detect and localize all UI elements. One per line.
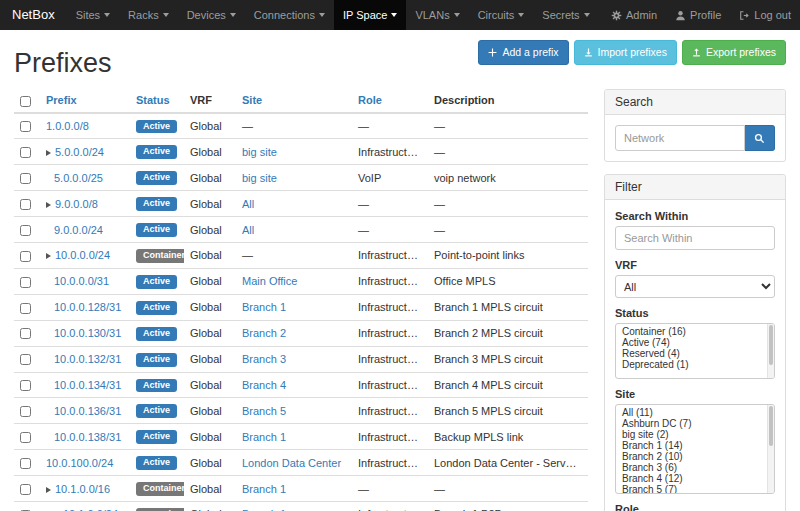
site-cell: All bbox=[236, 217, 352, 243]
site-link[interactable]: Branch 1 bbox=[242, 483, 286, 495]
role-cell: — bbox=[352, 191, 428, 217]
site-option[interactable]: big site (2) bbox=[616, 429, 774, 440]
add-prefix-button[interactable]: Add a prefix bbox=[478, 40, 568, 65]
prefix-link[interactable]: 10.0.0.134/31 bbox=[54, 379, 121, 391]
prefix-link[interactable]: 10.0.0.0/31 bbox=[54, 275, 109, 287]
site-link[interactable]: big site bbox=[242, 172, 277, 184]
column-header-status[interactable]: Status bbox=[130, 89, 184, 113]
description-cell: Branch 2 MPLS circuit bbox=[428, 320, 588, 346]
status-listbox-scrollbar[interactable] bbox=[767, 324, 774, 378]
import-prefixes-button[interactable]: Import prefixes bbox=[574, 40, 677, 65]
site-link[interactable]: Main Office bbox=[242, 275, 297, 287]
prefix-link[interactable]: 5.0.0.0/25 bbox=[54, 172, 103, 184]
search-button[interactable] bbox=[745, 125, 775, 151]
admin-label: Admin bbox=[626, 0, 657, 30]
site-link[interactable]: Branch 1 bbox=[242, 431, 286, 443]
profile-link[interactable]: Profile bbox=[666, 0, 730, 30]
row-checkbox[interactable] bbox=[20, 484, 31, 495]
user-menu: Admin Profile Log out bbox=[602, 0, 800, 30]
status-option[interactable]: Container (16) bbox=[616, 326, 774, 337]
nav-item[interactable]: Connections bbox=[245, 0, 334, 30]
prefix-link[interactable]: 1.0.0.0/8 bbox=[46, 120, 89, 132]
site-option[interactable]: All (11) bbox=[616, 407, 774, 418]
status-option[interactable]: Reserved (4) bbox=[616, 348, 774, 359]
logout-link[interactable]: Log out bbox=[730, 0, 800, 30]
site-option[interactable]: Branch 4 (12) bbox=[616, 473, 774, 484]
site-option[interactable]: Branch 5 (7) bbox=[616, 484, 774, 494]
prefix-link[interactable]: 9.0.0.0/24 bbox=[54, 224, 103, 236]
export-prefixes-button[interactable]: Export prefixes bbox=[682, 40, 786, 65]
prefix-link[interactable]: 10.1.0.0/16 bbox=[55, 483, 110, 495]
prefix-link[interactable]: 10.0.100.0/24 bbox=[46, 457, 113, 469]
nav-item[interactable]: Racks bbox=[119, 0, 178, 30]
nav-item[interactable]: VLANs bbox=[406, 0, 468, 30]
status-filter-label: Status bbox=[615, 307, 775, 319]
row-checkbox[interactable] bbox=[20, 173, 31, 184]
nav-item[interactable]: IP Space bbox=[334, 0, 406, 30]
site-option[interactable]: Ashburn DC (7) bbox=[616, 418, 774, 429]
description-cell: London Data Center - Server Network bbox=[428, 450, 588, 476]
site-link[interactable]: All bbox=[242, 224, 254, 236]
site-listbox-scrollbar[interactable] bbox=[767, 405, 774, 493]
column-header-prefix[interactable]: Prefix bbox=[40, 89, 130, 113]
site-link[interactable]: Branch 3 bbox=[242, 353, 286, 365]
row-checkbox[interactable] bbox=[20, 277, 31, 288]
row-checkbox[interactable] bbox=[20, 406, 31, 417]
site-link[interactable]: All bbox=[242, 198, 254, 210]
row-checkbox[interactable] bbox=[20, 225, 31, 236]
scrollbar-thumb[interactable] bbox=[769, 406, 773, 446]
vrf-cell: Global bbox=[184, 476, 236, 502]
nav-item[interactable]: Secrets bbox=[533, 0, 598, 30]
prefix-link[interactable]: 10.0.0.138/31 bbox=[54, 431, 121, 443]
prefix-link[interactable]: 10.0.0.130/31 bbox=[54, 327, 121, 339]
nav-item[interactable]: Devices bbox=[178, 0, 245, 30]
column-header-role[interactable]: Role bbox=[352, 89, 428, 113]
site-link[interactable]: big site bbox=[242, 146, 277, 158]
row-checkbox[interactable] bbox=[20, 121, 31, 132]
site-option[interactable]: Branch 3 (6) bbox=[616, 462, 774, 473]
row-checkbox[interactable] bbox=[20, 354, 31, 365]
status-option[interactable]: Deprecated (1) bbox=[616, 359, 774, 370]
site-link[interactable]: Branch 4 bbox=[242, 379, 286, 391]
site-link[interactable]: Branch 5 bbox=[242, 405, 286, 417]
description-cell: Branch 1 P2P bbox=[428, 501, 588, 511]
brand-link[interactable]: NetBox bbox=[0, 0, 67, 30]
column-header-description: Description bbox=[428, 89, 588, 113]
search-within-input[interactable] bbox=[615, 226, 775, 250]
role-cell: Infrastructure bbox=[352, 398, 428, 424]
page-title: Prefixes bbox=[14, 48, 112, 79]
vrf-select[interactable]: All bbox=[615, 275, 775, 298]
role-cell: Infrastructure bbox=[352, 243, 428, 269]
sidebar: Search Filter Search Within bbox=[604, 89, 786, 511]
scrollbar-thumb[interactable] bbox=[769, 325, 773, 365]
nav-item[interactable]: Sites bbox=[67, 0, 119, 30]
site-link[interactable]: Branch 1 bbox=[242, 301, 286, 313]
prefix-link[interactable]: 5.0.0.0/24 bbox=[55, 146, 104, 158]
row-checkbox[interactable] bbox=[20, 432, 31, 443]
row-checkbox[interactable] bbox=[20, 251, 31, 262]
prefix-link[interactable]: 10.0.0.128/31 bbox=[54, 301, 121, 313]
search-input[interactable] bbox=[615, 125, 745, 151]
admin-link[interactable]: Admin bbox=[602, 0, 666, 30]
site-option[interactable]: Branch 2 (10) bbox=[616, 451, 774, 462]
prefix-link[interactable]: 10.0.0.136/31 bbox=[54, 405, 121, 417]
site-link[interactable]: London Data Center bbox=[242, 457, 341, 469]
prefix-link[interactable]: 10.0.0.132/31 bbox=[54, 353, 121, 365]
site-option[interactable]: Branch 1 (14) bbox=[616, 440, 774, 451]
row-checkbox[interactable] bbox=[20, 328, 31, 339]
prefix-link[interactable]: 10.0.0.0/24 bbox=[55, 249, 110, 261]
row-checkbox[interactable] bbox=[20, 303, 31, 314]
column-header-site[interactable]: Site bbox=[236, 89, 352, 113]
select-all-checkbox[interactable] bbox=[20, 96, 31, 107]
vrf-cell: Global bbox=[184, 294, 236, 320]
nav-item[interactable]: Circuits bbox=[469, 0, 534, 30]
prefix-link[interactable]: 9.0.0.0/8 bbox=[55, 198, 98, 210]
row-checkbox[interactable] bbox=[20, 199, 31, 210]
table-header-row: Prefix Status VRF Site Role Description bbox=[14, 89, 588, 113]
site-link[interactable]: Branch 2 bbox=[242, 327, 286, 339]
row-checkbox[interactable] bbox=[20, 380, 31, 391]
status-option[interactable]: Active (74) bbox=[616, 337, 774, 348]
caret-down-icon bbox=[319, 13, 325, 17]
row-checkbox[interactable] bbox=[20, 147, 31, 158]
row-checkbox[interactable] bbox=[20, 458, 31, 469]
